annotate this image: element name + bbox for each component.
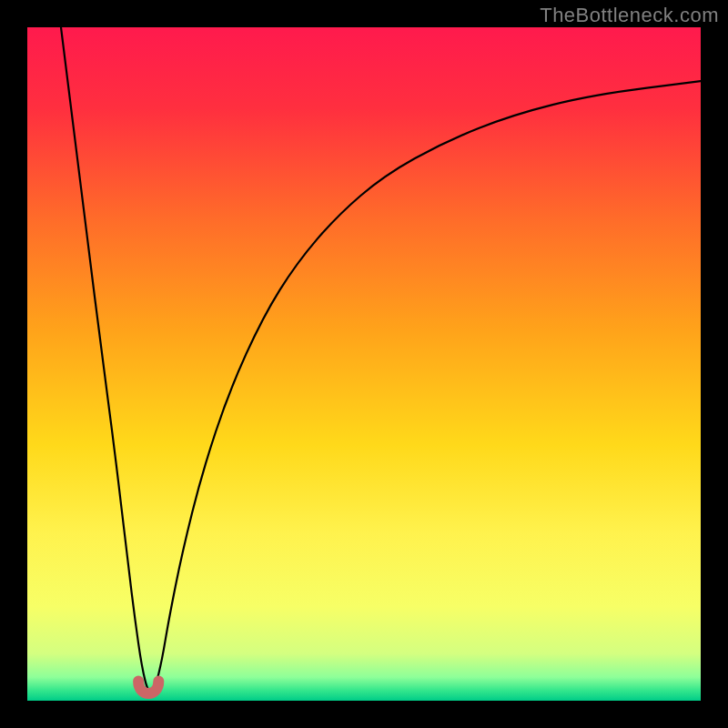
minimum-bump xyxy=(138,682,158,694)
bottleneck-curve xyxy=(61,27,701,692)
curve-layer xyxy=(27,27,701,701)
plot-area xyxy=(27,27,701,701)
watermark-text: TheBottleneck.com xyxy=(540,4,719,27)
chart-frame: TheBottleneck.com xyxy=(0,0,728,728)
